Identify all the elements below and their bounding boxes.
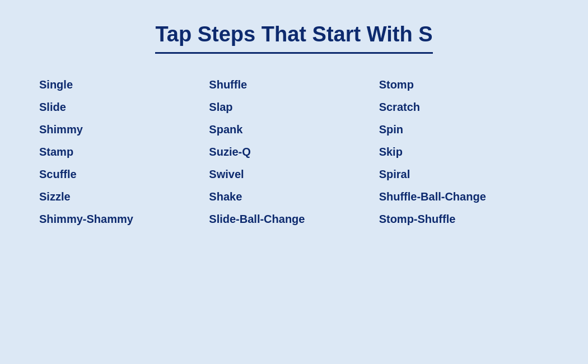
list-item: Shuffle bbox=[209, 76, 379, 93]
list-item: Stomp-Shuffle bbox=[379, 211, 549, 227]
list-item: Slap bbox=[209, 99, 379, 115]
list-item: Shake bbox=[209, 188, 379, 205]
list-item: Single bbox=[39, 76, 209, 93]
title-section: Tap Steps That Start With S bbox=[34, 22, 554, 54]
list-item: Shimmy-Shammy bbox=[39, 211, 209, 227]
list-item: Slide-Ball-Change bbox=[209, 211, 379, 227]
list-item: Scratch bbox=[379, 99, 549, 115]
column-3: StompScratchSpinSkipSpiralShuffle-Ball-C… bbox=[379, 76, 549, 227]
list-item: Swivel bbox=[209, 166, 379, 183]
page-title: Tap Steps That Start With S bbox=[155, 22, 432, 54]
columns-container: SingleSlideShimmyStampScuffleSizzleShimm… bbox=[34, 71, 554, 233]
list-item: Spin bbox=[379, 121, 549, 138]
column-2: ShuffleSlapSpankSuzie-QSwivelShakeSlide-… bbox=[209, 76, 379, 227]
list-item: Scuffle bbox=[39, 166, 209, 183]
list-item: Spank bbox=[209, 121, 379, 138]
list-item: Spiral bbox=[379, 166, 549, 183]
list-item: Stamp bbox=[39, 143, 209, 160]
column-1: SingleSlideShimmyStampScuffleSizzleShimm… bbox=[39, 76, 209, 227]
list-item: Skip bbox=[379, 143, 549, 160]
list-item: Shuffle-Ball-Change bbox=[379, 188, 549, 205]
list-item: Slide bbox=[39, 99, 209, 115]
list-item: Sizzle bbox=[39, 188, 209, 205]
list-item: Suzie-Q bbox=[209, 143, 379, 160]
list-item: Stomp bbox=[379, 76, 549, 93]
list-item: Shimmy bbox=[39, 121, 209, 138]
